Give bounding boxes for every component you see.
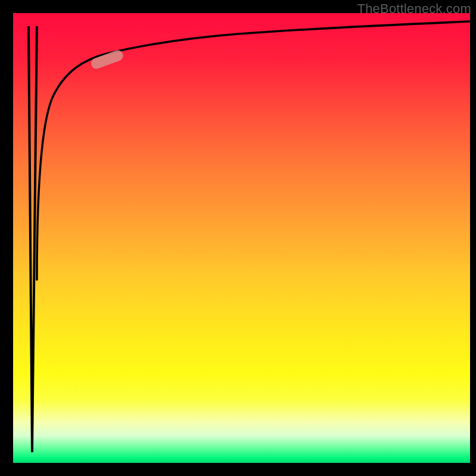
chart-canvas: TheBottleneck.com	[0, 0, 476, 476]
watermark-text: TheBottleneck.com	[357, 1, 471, 17]
plot-area	[13, 13, 470, 463]
